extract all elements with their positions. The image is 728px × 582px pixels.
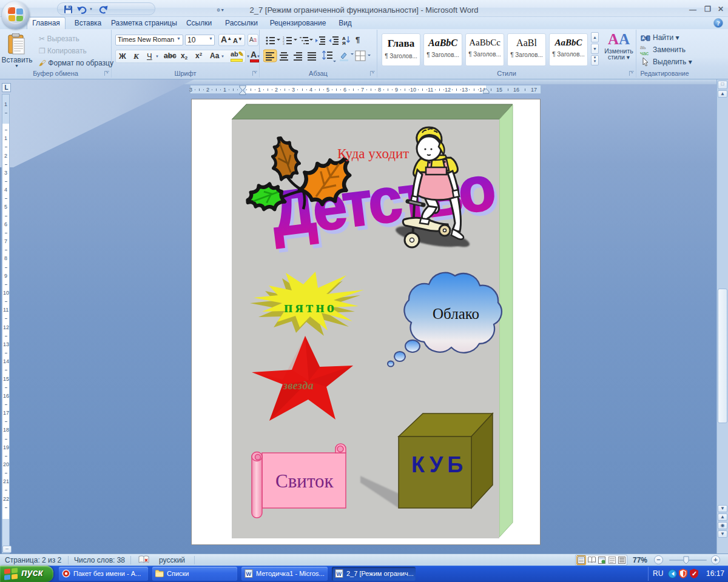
svg-text:Я: Я xyxy=(342,41,346,46)
svg-text:КУБ: КУБ xyxy=(411,452,467,477)
svg-text:А: А xyxy=(642,36,645,40)
svg-text:Свиток: Свиток xyxy=(275,470,334,492)
svg-text:W: W xyxy=(337,571,342,577)
svg-text:W: W xyxy=(246,571,252,577)
svg-text:✓: ✓ xyxy=(692,570,697,577)
svg-text:Куда уходит: Куда уходит xyxy=(337,146,409,161)
svg-text:пятно: пятно xyxy=(284,299,337,315)
svg-text:звезда: звезда xyxy=(283,380,314,392)
svg-text:¶: ¶ xyxy=(356,35,360,44)
svg-text:Облако: Облако xyxy=(433,306,479,322)
svg-text:3: 3 xyxy=(283,42,285,45)
